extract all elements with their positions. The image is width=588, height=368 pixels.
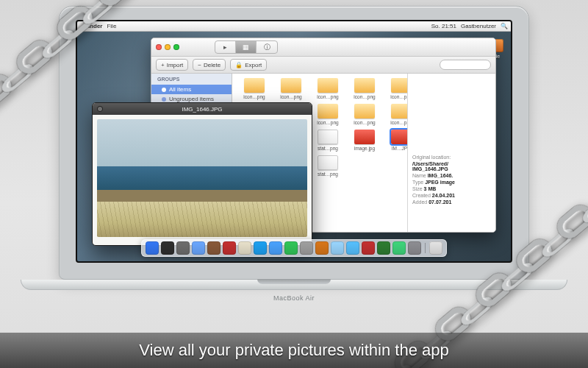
info-orig-value: /Users/Shared/ IMG_1646.JPG	[412, 161, 491, 171]
menubar-user[interactable]: Gastbenutzer	[461, 23, 496, 29]
view-tab-2[interactable]: ▦	[236, 41, 257, 53]
folder-icon	[354, 78, 375, 93]
marketing-caption: View all your private pictures within th…	[0, 333, 588, 368]
bullet-icon	[162, 88, 166, 92]
image-icon	[354, 130, 375, 144]
file-item[interactable]: icon…png	[312, 104, 344, 125]
sidebar-label: Ungrouped items	[169, 96, 214, 102]
info-type-label: Type	[412, 180, 423, 185]
preview-window[interactable]: IMG_1646.JPG	[92, 102, 312, 246]
dock-app-icon[interactable]	[207, 241, 220, 255]
sidebar-item-all[interactable]: All items	[151, 85, 232, 94]
folder-icon	[354, 104, 375, 118]
dock-app-icon[interactable]	[377, 241, 390, 255]
minus-icon: −	[198, 62, 201, 68]
file-item[interactable]: icon…png	[348, 104, 381, 125]
info-created-label: Created	[412, 193, 431, 198]
file-item[interactable]: stat…png	[312, 130, 344, 151]
zoom-icon[interactable]	[173, 44, 179, 50]
dock-app-icon[interactable]	[223, 241, 236, 255]
desktop-wallpaper: Finder File So. 21:51 Gastbenutzer 🔍 LaC…	[76, 20, 512, 263]
delete-label: Delete	[204, 62, 220, 68]
dock-app-icon[interactable]	[331, 241, 344, 255]
folder-icon	[391, 78, 407, 93]
import-button[interactable]: + Import	[156, 59, 188, 71]
folder-icon	[281, 78, 301, 93]
info-added-value: 07.07.201	[429, 199, 451, 205]
info-panel: Original location: /Users/Shared/ IMG_16…	[407, 74, 495, 232]
search-input[interactable]	[440, 60, 491, 70]
dock-app-icon[interactable]	[238, 241, 251, 255]
preview-title: IMG_1646.JPG	[93, 106, 312, 113]
file-item[interactable]: IM…JPG	[385, 130, 407, 151]
dock-app-icon[interactable]	[362, 241, 375, 255]
file-label: IM…JPG	[392, 146, 407, 151]
app-titlebar[interactable]: ▸ ▦ ⓘ	[151, 38, 495, 57]
file-label: icon…png	[390, 120, 407, 125]
delete-button[interactable]: − Delete	[193, 59, 226, 71]
dock-app-icon[interactable]	[146, 241, 159, 255]
close-icon[interactable]	[156, 44, 162, 50]
view-tab-3[interactable]: ⓘ	[257, 41, 277, 53]
info-size-label: Size	[412, 186, 423, 191]
file-item[interactable]: icon…png	[385, 104, 407, 125]
file-label: icon…png	[390, 94, 407, 99]
info-name-label: Name	[412, 173, 426, 178]
info-name-value: IMG_1646.	[428, 173, 453, 178]
info-size-value: 3 MB	[424, 186, 437, 191]
dock-app-icon[interactable]	[346, 241, 359, 255]
info-orig-label: Original location:	[412, 155, 491, 160]
dock-app-icon[interactable]	[315, 241, 329, 255]
folder-icon	[244, 78, 265, 93]
info-added-label: Added	[412, 199, 427, 205]
dock-app-icon[interactable]	[392, 241, 406, 255]
file-item[interactable]: stat…png	[312, 155, 344, 177]
file-label: icon…png	[317, 94, 338, 99]
preview-titlebar[interactable]: IMG_1646.JPG	[93, 103, 312, 115]
file-item[interactable]: icon…png	[275, 78, 307, 99]
folder-icon	[318, 78, 338, 93]
export-button[interactable]: 🔒 Export	[230, 59, 267, 71]
sidebar-label: All items	[169, 86, 191, 93]
view-segment: ▸ ▦ ⓘ	[215, 40, 278, 54]
file-item[interactable]: image.jpg	[348, 130, 381, 151]
dock-app-icon[interactable]	[429, 241, 442, 255]
folder-icon	[391, 104, 407, 118]
minimize-icon[interactable]	[165, 44, 171, 50]
dock-app-icon[interactable]	[176, 241, 190, 255]
file-label: icon…png	[243, 94, 265, 99]
info-type-value: JPEG image	[425, 180, 455, 185]
file-label: icon…png	[354, 94, 375, 99]
file-item[interactable]: icon…png	[348, 78, 381, 99]
dock	[141, 239, 447, 257]
file-label: icon…png	[354, 120, 375, 125]
file-item[interactable]: icon…png	[385, 78, 407, 99]
dock-app-icon[interactable]	[161, 241, 174, 255]
dock-app-icon[interactable]	[192, 241, 205, 255]
export-label: Export	[245, 62, 262, 68]
spotlight-icon[interactable]: 🔍	[501, 23, 508, 29]
dock-app-icon[interactable]	[269, 241, 282, 255]
menubar-file[interactable]: File	[107, 23, 116, 29]
menubar-clock: So. 21:51	[431, 23, 456, 29]
dock-app-icon[interactable]	[254, 241, 267, 255]
file-item[interactable]: icon…png	[238, 78, 270, 99]
preview-image	[97, 119, 307, 237]
bullet-icon	[162, 97, 166, 102]
file-item[interactable]: icon…png	[312, 78, 344, 99]
dock-app-icon[interactable]	[284, 241, 298, 255]
file-label: stat…png	[318, 146, 338, 151]
app-toolbar: + Import − Delete 🔒 Export	[151, 57, 495, 74]
file-label: stat…png	[318, 171, 338, 177]
file-label: icon…png	[317, 120, 338, 125]
laptop-base	[21, 280, 567, 290]
view-tab-1[interactable]: ▸	[215, 41, 236, 53]
dock-app-icon[interactable]	[300, 241, 313, 255]
folder-icon	[318, 104, 338, 118]
info-created-value: 24.04.201	[432, 193, 455, 198]
sidebar-heading-groups: Groups	[151, 74, 232, 85]
menubar-app-name[interactable]: Finder	[85, 23, 102, 29]
dock-app-icon[interactable]	[408, 241, 421, 255]
file-label: image.jpg	[354, 146, 375, 151]
laptop-notch	[257, 279, 331, 284]
